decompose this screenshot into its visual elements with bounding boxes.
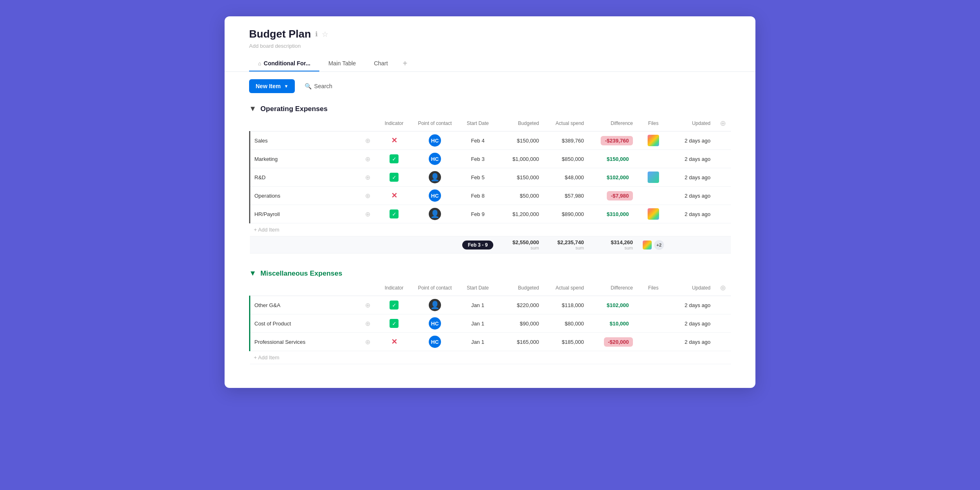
row-files bbox=[637, 296, 670, 314]
row-poc: 👤 bbox=[412, 205, 457, 223]
row-updated: 2 days ago bbox=[670, 131, 715, 150]
summary-budgeted: $2,550,000sum bbox=[498, 236, 543, 254]
star-icon[interactable]: ☆ bbox=[322, 30, 328, 39]
add-item-label[interactable]: + Add Item bbox=[250, 351, 731, 364]
row-updated: 2 days ago bbox=[670, 150, 715, 168]
avatar-initials: HC bbox=[429, 189, 441, 202]
row-add-icon[interactable]: ⊕ bbox=[359, 131, 376, 150]
row-add-icon[interactable]: ⊕ bbox=[359, 150, 376, 168]
row-indicator: ✓ bbox=[376, 296, 412, 314]
summary-actual: $2,235,740sum bbox=[543, 236, 588, 254]
row-budgeted: $1,200,000 bbox=[498, 205, 543, 223]
content: ▼ Operating Expenses Indicator Point of … bbox=[225, 100, 755, 388]
row-date: Feb 4 bbox=[457, 131, 498, 150]
misc-col-header-budgeted: Budgeted bbox=[498, 280, 543, 296]
col-header-actual: Actual spend bbox=[543, 116, 588, 131]
group-name-operating: Operating Expenses bbox=[261, 105, 327, 113]
row-add-icon[interactable]: ⊕ bbox=[359, 187, 376, 205]
misc-col-header-name bbox=[250, 280, 360, 296]
row-date: Jan 1 bbox=[457, 314, 498, 333]
row-date: Feb 8 bbox=[457, 187, 498, 205]
row-budgeted: $165,000 bbox=[498, 333, 543, 351]
row-files bbox=[637, 205, 670, 223]
diff-badge-positive: $10,000 bbox=[606, 319, 633, 328]
row-actual: $80,000 bbox=[543, 314, 588, 333]
row-name: R&D bbox=[250, 168, 360, 187]
row-poc: 👤 bbox=[412, 168, 457, 187]
row-name: Professional Services bbox=[250, 333, 360, 351]
page-title: Budget Plan bbox=[249, 28, 311, 40]
group-header-misc: ▼ Miscellaneous Expenses bbox=[249, 265, 731, 280]
file-thumbnail-rainbow bbox=[648, 135, 659, 146]
row-budgeted: $50,000 bbox=[498, 187, 543, 205]
operating-table: Indicator Point of contact Start Date Bu… bbox=[249, 116, 731, 254]
indicator-check-red: ✕ bbox=[391, 192, 397, 200]
row-date: Feb 3 bbox=[457, 150, 498, 168]
row-poc: HC bbox=[412, 314, 457, 333]
row-difference: $150,000 bbox=[588, 150, 637, 168]
row-name: Marketing bbox=[250, 150, 360, 168]
row-budgeted: $1,000,000 bbox=[498, 150, 543, 168]
row-difference: $10,000 bbox=[588, 314, 637, 333]
file-thumbnail-blue bbox=[648, 172, 659, 183]
row-indicator: ✓ bbox=[376, 205, 412, 223]
row-actual: $850,000 bbox=[543, 150, 588, 168]
indicator-check-green: ✓ bbox=[390, 173, 399, 182]
new-item-button[interactable]: New Item ▼ bbox=[249, 79, 295, 93]
diff-badge-negative: -$239,760 bbox=[601, 136, 633, 145]
row-indicator: ✕ bbox=[376, 187, 412, 205]
group-miscellaneous-expenses: ▼ Miscellaneous Expenses Indicator Point… bbox=[249, 265, 731, 364]
misc-col-header-addcol[interactable]: ⊕ bbox=[715, 280, 731, 296]
info-icon[interactable]: ℹ bbox=[315, 30, 318, 38]
group-toggle-misc[interactable]: ▼ bbox=[249, 269, 256, 278]
misc-col-header-add bbox=[359, 280, 376, 296]
table-row: Operations ⊕ ✕ HC Feb 8 $50,000 $57,980 … bbox=[250, 187, 731, 205]
row-date: Feb 9 bbox=[457, 205, 498, 223]
tab-add-button[interactable]: + bbox=[397, 56, 413, 71]
misc-col-header-indicator: Indicator bbox=[376, 280, 412, 296]
table-row: Marketing ⊕ ✓ HC Feb 3 $1,000,000 $850,0… bbox=[250, 150, 731, 168]
row-indicator: ✓ bbox=[376, 150, 412, 168]
row-actual: $57,980 bbox=[543, 187, 588, 205]
table-row: Cost of Product ⊕ ✓ HC Jan 1 $90,000 $80… bbox=[250, 314, 731, 333]
row-files bbox=[637, 314, 670, 333]
summary-file-count: +2 bbox=[654, 240, 664, 250]
row-actual: $118,000 bbox=[543, 296, 588, 314]
row-name: Operations bbox=[250, 187, 360, 205]
board-description[interactable]: Add board description bbox=[249, 43, 731, 49]
add-item-row[interactable]: + Add Item bbox=[250, 223, 731, 236]
tab-conditional[interactable]: ⌂ Conditional For... bbox=[249, 56, 319, 71]
file-thumbnail-rainbow bbox=[648, 208, 659, 220]
misc-table: Indicator Point of contact Start Date Bu… bbox=[249, 280, 731, 364]
group-header-operating: ▼ Operating Expenses bbox=[249, 100, 731, 116]
avatar-user: 👤 bbox=[429, 299, 441, 311]
row-add-icon[interactable]: ⊕ bbox=[359, 333, 376, 351]
group-toggle-operating[interactable]: ▼ bbox=[249, 105, 256, 113]
row-difference: -$20,000 bbox=[588, 333, 637, 351]
search-button[interactable]: 🔍 Search bbox=[300, 80, 337, 93]
row-add-icon[interactable]: ⊕ bbox=[359, 205, 376, 223]
row-difference: $102,000 bbox=[588, 296, 637, 314]
operating-table-wrap: Indicator Point of contact Start Date Bu… bbox=[249, 116, 731, 254]
diff-badge-positive: $102,000 bbox=[603, 173, 633, 182]
row-files bbox=[637, 187, 670, 205]
row-difference: -$239,760 bbox=[588, 131, 637, 150]
add-item-row[interactable]: + Add Item bbox=[250, 351, 731, 364]
row-poc: HC bbox=[412, 333, 457, 351]
misc-col-header-actual: Actual spend bbox=[543, 280, 588, 296]
add-item-label[interactable]: + Add Item bbox=[250, 223, 731, 236]
row-add-icon[interactable]: ⊕ bbox=[359, 296, 376, 314]
row-indicator: ✓ bbox=[376, 168, 412, 187]
row-add-icon[interactable]: ⊕ bbox=[359, 314, 376, 333]
misc-col-header-date: Start Date bbox=[457, 280, 498, 296]
row-updated: 2 days ago bbox=[670, 314, 715, 333]
col-header-difference: Difference bbox=[588, 116, 637, 131]
tab-chart[interactable]: Chart bbox=[365, 56, 397, 71]
group-name-misc: Miscellaneous Expenses bbox=[261, 270, 342, 278]
tab-main-table[interactable]: Main Table bbox=[319, 56, 365, 71]
row-add-icon[interactable]: ⊕ bbox=[359, 168, 376, 187]
col-header-budgeted: Budgeted bbox=[498, 116, 543, 131]
diff-badge-negative: -$7,980 bbox=[607, 191, 633, 200]
col-header-addcol[interactable]: ⊕ bbox=[715, 116, 731, 131]
app-window: Budget Plan ℹ ☆ Add board description ⌂ … bbox=[225, 16, 755, 388]
